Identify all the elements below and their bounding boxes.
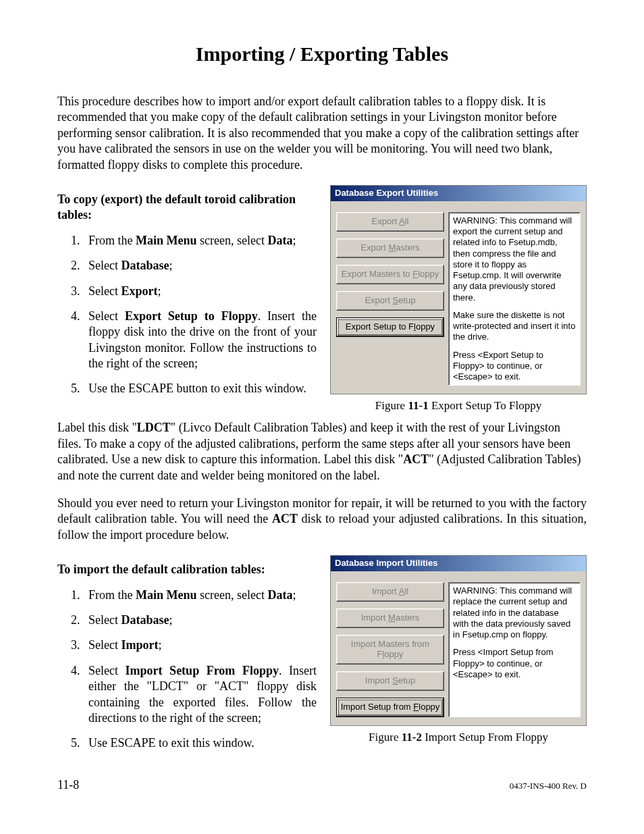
page-title: Importing / Exporting Tables bbox=[57, 41, 587, 67]
export-dialog: Database Export Utilities Export AllExpo… bbox=[330, 185, 587, 394]
export-button-3[interactable]: Export Setup bbox=[336, 291, 444, 311]
import-button-4[interactable]: Import Setup from Floppy bbox=[336, 698, 444, 717]
import-heading: To import the default calibration tables… bbox=[57, 562, 317, 577]
export-button-2[interactable]: Export Masters to Floppy bbox=[336, 265, 444, 284]
export-steps-list: From the Main Menu screen, select Data;S… bbox=[57, 233, 317, 397]
step-item: Select Export Setup to Floppy. Insert th… bbox=[83, 309, 317, 372]
panel-text: Press <Export Setup to Floppy> to contin… bbox=[453, 350, 576, 383]
export-dialog-title: Database Export Utilities bbox=[331, 186, 586, 201]
doc-id: 0437-INS-400 Rev. D bbox=[510, 781, 587, 792]
step-item: Use ESCAPE to exit this window. bbox=[83, 735, 317, 751]
step-item: Select Database; bbox=[83, 258, 317, 273]
step-item: Select Import; bbox=[83, 637, 317, 653]
export-heading: To copy (export) the default toroid cali… bbox=[57, 192, 317, 224]
intro-paragraph: This procedure describes how to import a… bbox=[57, 94, 587, 173]
mid-paragraph-1: Label this disk "LDCT" (Livco Default Ca… bbox=[57, 420, 587, 484]
export-button-0[interactable]: Export All bbox=[336, 212, 444, 232]
step-item: Select Import Setup From Floppy. Insert … bbox=[83, 663, 317, 727]
step-item: From the Main Menu screen, select Data; bbox=[83, 588, 317, 603]
export-button-4[interactable]: Export Setup to Floppy bbox=[336, 317, 444, 337]
step-item: From the Main Menu screen, select Data; bbox=[83, 233, 317, 249]
panel-text: WARNING: This command will replace the c… bbox=[453, 585, 576, 640]
step-item: Use the ESCAPE button to exit this windo… bbox=[83, 381, 317, 396]
import-dialog-title: Database Import Utilities bbox=[331, 556, 586, 571]
mid-paragraph-2: Should you ever need to return your Livi… bbox=[57, 496, 587, 543]
figure-2-caption: Figure 11-2 Import Setup From Floppy bbox=[330, 730, 587, 745]
export-button-1[interactable]: Export Masters bbox=[336, 238, 444, 258]
page-footer: 11-8 0437-INS-400 Rev. D bbox=[57, 777, 587, 793]
step-item: Select Export; bbox=[83, 284, 317, 299]
import-button-1[interactable]: Import Masters bbox=[336, 608, 444, 628]
import-steps-list: From the Main Menu screen, select Data;S… bbox=[57, 588, 317, 752]
page-number: 11-8 bbox=[57, 777, 79, 793]
import-button-2[interactable]: Import Masters from Floppy bbox=[336, 635, 444, 664]
panel-text: WARNING: This command will export the cu… bbox=[453, 215, 576, 303]
panel-text: Press <Import Setup from Floppy> to cont… bbox=[453, 647, 576, 680]
import-dialog-panel: WARNING: This command will replace the c… bbox=[448, 582, 581, 717]
export-dialog-panel: WARNING: This command will export the cu… bbox=[448, 212, 581, 386]
panel-text: Make sure the diskette is not write-prot… bbox=[453, 310, 576, 343]
import-dialog: Database Import Utilities Import AllImpo… bbox=[330, 555, 587, 726]
figure-1-caption: Figure 11-1 Export Setup To Floppy bbox=[330, 398, 587, 413]
import-button-3[interactable]: Import Setup bbox=[336, 671, 444, 691]
step-item: Select Database; bbox=[83, 613, 317, 628]
import-button-0[interactable]: Import All bbox=[336, 582, 444, 602]
